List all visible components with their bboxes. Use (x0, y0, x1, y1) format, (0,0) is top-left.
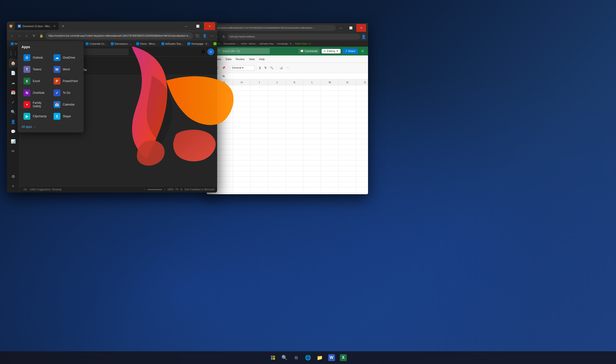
excel-address-bar[interactable]: edit.aspx?action=editnew&resid=1A4172F4D… (209, 25, 336, 31)
grid-cell[interactable] (303, 182, 321, 187)
app-item-teams[interactable]: T Teams (22, 65, 50, 74)
grid-cell[interactable] (303, 150, 321, 155)
grid-cell[interactable] (339, 177, 356, 182)
grid-cell[interactable] (233, 117, 251, 123)
excel-address-display[interactable]: edit.aspx?action=editnew... (227, 34, 360, 39)
grid-cell[interactable] (216, 112, 233, 117)
grid-cell[interactable] (321, 166, 339, 171)
grid-cell[interactable] (251, 107, 268, 112)
grid-cell[interactable] (286, 128, 303, 134)
grid-cell[interactable] (216, 177, 233, 182)
grid-cell[interactable] (356, 123, 368, 128)
grid-cell[interactable] (339, 150, 356, 155)
grid-cell[interactable] (251, 150, 268, 155)
grid-cell[interactable] (216, 160, 233, 166)
grid-cell[interactable] (339, 96, 356, 101)
grid-cell[interactable] (321, 85, 339, 91)
grid-cell[interactable] (286, 107, 303, 112)
grid-cell[interactable] (251, 91, 268, 96)
grid-cell[interactable] (251, 182, 268, 187)
grid-cell[interactable] (251, 134, 268, 139)
grid-cell[interactable] (268, 107, 286, 112)
grid-cell[interactable] (356, 187, 368, 193)
grid-cell[interactable] (339, 144, 356, 150)
excel-chart-btn[interactable]: 📊 (278, 65, 284, 70)
grid-cell[interactable] (303, 193, 321, 194)
grid-cell[interactable] (303, 187, 321, 193)
grid-cell[interactable] (286, 96, 303, 101)
grid-cell[interactable] (251, 101, 268, 107)
grid-cell[interactable] (286, 85, 303, 91)
grid-cell[interactable] (356, 134, 368, 139)
grid-cell[interactable] (268, 160, 286, 166)
grid-cell[interactable] (321, 160, 339, 166)
grid-cell[interactable] (321, 193, 339, 194)
editing-button[interactable]: ✏ Editing ▼ (322, 49, 341, 53)
grid-cell[interactable] (268, 91, 286, 96)
sidebar-todo-icon[interactable]: ✓ (9, 98, 18, 106)
grid-cell[interactable] (356, 128, 368, 134)
grid-cell[interactable] (233, 134, 251, 139)
app-item-excel[interactable]: X Excel (22, 76, 50, 86)
grid-cell[interactable] (216, 134, 233, 139)
excel-close[interactable]: ✕ (356, 24, 366, 32)
grid-cell[interactable] (251, 155, 268, 160)
excel-sum-btn[interactable]: Σ (258, 66, 262, 70)
grid-cell[interactable] (286, 187, 303, 193)
grid-cell[interactable] (356, 166, 368, 171)
grid-cell[interactable] (286, 166, 303, 171)
grid-cell[interactable] (233, 101, 251, 107)
grid-cell[interactable] (339, 101, 356, 107)
grid-cell[interactable] (339, 187, 356, 193)
taskbar-explorer[interactable]: 📁 (315, 352, 325, 363)
grid-cell[interactable] (268, 123, 286, 128)
grid-cell[interactable] (321, 112, 339, 117)
grid-cell[interactable] (303, 101, 321, 107)
grid-cell[interactable] (321, 107, 339, 112)
grid-cell[interactable] (356, 139, 368, 144)
grid-cell[interactable] (216, 187, 233, 193)
grid-cell[interactable] (233, 187, 251, 193)
grid-cell[interactable] (303, 177, 321, 182)
grid-cell[interactable] (216, 171, 233, 177)
grid-cell[interactable] (251, 117, 268, 123)
grid-cell[interactable] (356, 150, 368, 155)
grid-cell[interactable] (303, 144, 321, 150)
grid-cell[interactable] (251, 144, 268, 150)
sidebar-add-icon[interactable]: + (9, 182, 18, 191)
taskbar-task-view[interactable]: ⧉ (291, 352, 302, 363)
excel-bm-adduplex[interactable]: AdDuplex Rep... (259, 42, 275, 45)
grid-cell[interactable] (216, 117, 233, 123)
grid-cell[interactable] (356, 155, 368, 160)
sidebar-analytics-icon[interactable]: 📊 (9, 137, 18, 146)
grid-cell[interactable] (321, 128, 339, 134)
grid-cell[interactable] (268, 134, 286, 139)
grid-cell[interactable] (303, 134, 321, 139)
excel-sort-btn[interactable]: ⇅ (263, 65, 268, 70)
app-item-onedrive[interactable]: ☁ OneDrive (52, 53, 80, 63)
grid-cell[interactable] (216, 123, 233, 128)
grid-cell[interactable] (286, 101, 303, 107)
grid-cell[interactable] (251, 85, 268, 91)
home-button[interactable]: ⌂ (24, 32, 30, 39)
taskbar-start[interactable] (268, 352, 278, 363)
grid-cell[interactable] (303, 166, 321, 171)
grid-cell[interactable] (268, 144, 286, 150)
sidebar-chat-icon[interactable]: 💬 (9, 127, 18, 136)
grid-cell[interactable] (216, 91, 233, 96)
refresh-button[interactable]: ↻ (31, 32, 37, 39)
excel-search-box[interactable]: 🔍 Search (Alt + Q) (216, 48, 270, 54)
taskbar-edge[interactable]: 🌐 (303, 352, 314, 363)
back-button[interactable]: ‹ (9, 32, 15, 39)
grid-cell[interactable] (321, 134, 339, 139)
grid-cell[interactable] (303, 112, 321, 117)
grid-cell[interactable] (251, 177, 268, 182)
grid-cell[interactable] (268, 171, 286, 177)
zoom-decrease-icon[interactable]: − (144, 188, 146, 191)
sidebar-home-icon[interactable]: 🏠 (9, 59, 18, 67)
grid-cell[interactable] (339, 166, 356, 171)
bookmark-home-micro[interactable]: Home - Micro... (134, 42, 159, 46)
grid-cell[interactable] (356, 101, 368, 107)
grid-cell[interactable] (339, 128, 356, 134)
grid-cell[interactable] (356, 91, 368, 96)
